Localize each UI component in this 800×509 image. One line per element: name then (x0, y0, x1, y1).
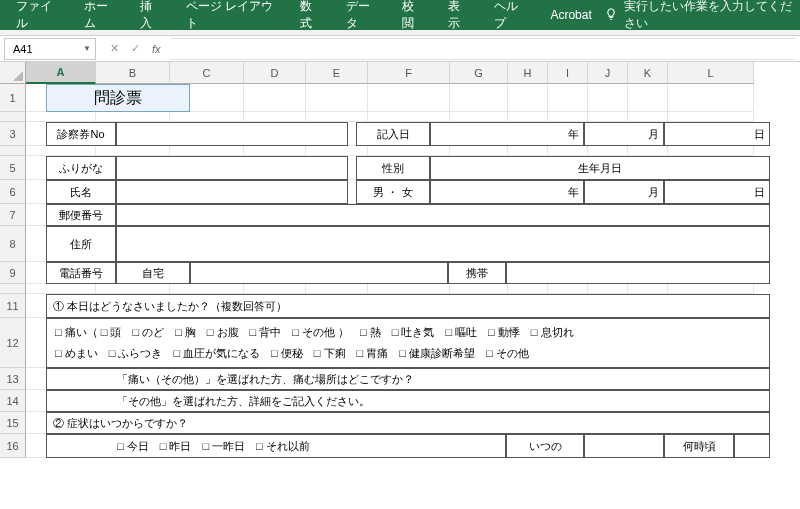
row-7[interactable]: 7 (0, 204, 26, 226)
label-tel: 電話番号 (46, 262, 116, 284)
birth-day[interactable]: 日 (664, 180, 770, 204)
sex-options[interactable]: 男 ・ 女 (356, 180, 430, 204)
enter-icon: ✓ (131, 42, 140, 55)
input-address[interactable] (116, 226, 770, 262)
label-address: 住所 (46, 226, 116, 262)
q2-when-input[interactable] (584, 434, 664, 458)
q1-prompt: ① 本日はどうなさいましたか？（複数回答可） (46, 294, 770, 318)
col-F[interactable]: F (368, 62, 450, 84)
tab-view[interactable]: 表示 (436, 0, 482, 38)
row-3[interactable]: 3 (0, 122, 26, 146)
chevron-down-icon[interactable]: ▼ (83, 44, 91, 53)
col-H[interactable]: H (508, 62, 548, 84)
cells-area[interactable]: 問診票 診察券No 記入日 年 月 日 ふりがな 性別 生年月日 氏名 男 ・ … (26, 84, 800, 458)
row-headers: 1 3 5 6 7 8 9 11 12 13 14 15 16 (0, 84, 26, 458)
row-15[interactable]: 15 (0, 412, 26, 434)
cancel-icon: ✕ (110, 42, 119, 55)
tab-home[interactable]: ホーム (72, 0, 129, 38)
row-14[interactable]: 14 (0, 390, 26, 412)
label-name: 氏名 (46, 180, 116, 204)
label-mobile: 携帯 (448, 262, 506, 284)
lightbulb-icon (604, 7, 618, 24)
input-month[interactable]: 月 (584, 122, 664, 146)
label-furigana: ふりがな (46, 156, 116, 180)
col-L[interactable]: L (668, 62, 754, 84)
q2-prompt: ② 症状はいつからですか？ (46, 412, 770, 434)
row-11[interactable]: 11 (0, 294, 26, 318)
q2-when-label: いつの (506, 434, 584, 458)
birth-month[interactable]: 月 (584, 180, 664, 204)
col-C[interactable]: C (170, 62, 244, 84)
column-headers: A B C D E F G H I J K L (0, 62, 800, 84)
col-G[interactable]: G (450, 62, 508, 84)
q2-time-input[interactable] (734, 434, 770, 458)
tab-acrobat[interactable]: Acrobat (538, 2, 603, 28)
name-box[interactable]: A41 ▼ (4, 38, 96, 60)
col-E[interactable]: E (306, 62, 368, 84)
row-13[interactable]: 13 (0, 368, 26, 390)
q1-line2: □ めまい □ ふらつき □ 血圧が気になる □ 便秘 □ 下痢 □ 胃痛 □ … (55, 346, 529, 361)
select-all-corner[interactable] (0, 62, 26, 84)
fx-icon[interactable]: fx (152, 43, 161, 55)
row-9[interactable]: 9 (0, 262, 26, 284)
spreadsheet: A B C D E F G H I J K L 1 3 5 6 7 8 9 11… (0, 62, 800, 458)
row-6[interactable]: 6 (0, 180, 26, 204)
row-12[interactable]: 12 (0, 318, 26, 368)
formula-input[interactable] (171, 38, 796, 60)
col-A[interactable]: A (26, 62, 96, 84)
tab-formulas[interactable]: 数式 (288, 0, 334, 38)
col-B[interactable]: B (96, 62, 170, 84)
tab-review[interactable]: 校閲 (390, 0, 436, 38)
name-box-ref: A41 (13, 43, 33, 55)
label-entry-date: 記入日 (356, 122, 430, 146)
q1-sub1: 「痛い（その他）」を選ばれた方、痛む場所はどこですか？ (46, 368, 770, 390)
input-postal[interactable] (116, 204, 770, 226)
tell-me-text: 実行したい作業を入力してください (624, 0, 796, 32)
row-5[interactable]: 5 (0, 156, 26, 180)
col-I[interactable]: I (548, 62, 588, 84)
input-ticket-no[interactable] (116, 122, 348, 146)
label-sex: 性別 (356, 156, 430, 180)
q2-options[interactable]: □ 今日 □ 昨日 □ 一昨日 □ それ以前 (46, 434, 506, 458)
input-tel-mobile[interactable] (506, 262, 770, 284)
col-K[interactable]: K (628, 62, 668, 84)
label-birth: 生年月日 (430, 156, 770, 180)
input-furigana[interactable] (116, 156, 348, 180)
form-title: 問診票 (46, 84, 190, 112)
formula-bar: A41 ▼ ✕ ✓ fx (0, 36, 800, 62)
col-D[interactable]: D (244, 62, 306, 84)
q1-line1: □ 痛い（ □ 頭 □ のど □ 胸 □ お腹 □ 背中 □ その他 ） □ 熱… (55, 325, 574, 340)
ribbon: ファイル ホーム 挿入 ページ レイアウト 数式 データ 校閲 表示 ヘルプ A… (0, 0, 800, 30)
input-tel-home[interactable] (190, 262, 448, 284)
tab-file[interactable]: ファイル (4, 0, 72, 38)
row-16[interactable]: 16 (0, 434, 26, 458)
label-ticket-no: 診察券No (46, 122, 116, 146)
label-home: 自宅 (116, 262, 190, 284)
tell-me[interactable]: 実行したい作業を入力してください (604, 0, 796, 32)
tab-insert[interactable]: 挿入 (128, 0, 174, 38)
input-year[interactable]: 年 (430, 122, 584, 146)
row-1[interactable]: 1 (0, 84, 26, 112)
tab-data[interactable]: データ (334, 0, 391, 38)
input-name[interactable] (116, 180, 348, 204)
birth-year[interactable]: 年 (430, 180, 584, 204)
label-postal: 郵便番号 (46, 204, 116, 226)
col-J[interactable]: J (588, 62, 628, 84)
input-day[interactable]: 日 (664, 122, 770, 146)
row-8[interactable]: 8 (0, 226, 26, 262)
q1-sub2: 「その他」を選ばれた方、詳細をご記入ください。 (46, 390, 770, 412)
tab-help[interactable]: ヘルプ (482, 0, 539, 38)
q2-time-label: 何時頃 (664, 434, 734, 458)
q1-options[interactable]: □ 痛い（ □ 頭 □ のど □ 胸 □ お腹 □ 背中 □ その他 ） □ 熱… (46, 318, 770, 368)
tab-page-layout[interactable]: ページ レイアウト (174, 0, 288, 38)
